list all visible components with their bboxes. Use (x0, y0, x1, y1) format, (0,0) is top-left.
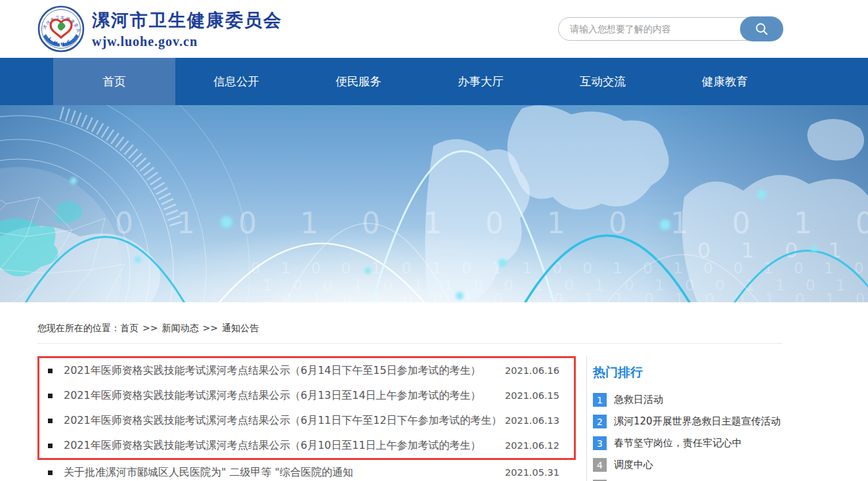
breadcrumb-link-1[interactable]: 新闻动态 (162, 323, 198, 333)
news-item-title[interactable]: 2021年医师资格实践技能考试漯河考点结果公示（6月10日至11日上午参加考试的… (64, 439, 496, 453)
site-logo-icon: 漯河市卫生健康委员会 L H H C (37, 5, 85, 53)
breadcrumb-link-0[interactable]: 首页 (120, 323, 139, 333)
rank-item-label[interactable]: 急救日活动 (614, 394, 663, 406)
bullet-square-icon (48, 470, 53, 475)
news-item: 2021年医师资格实践技能考试漯河考点结果公示（6月14日下午至15日参加考试的… (39, 358, 574, 383)
rank-badge: 2 (593, 415, 607, 428)
news-item-title[interactable]: 2021年医师资格实践技能考试漯河考点结果公示（6月11日下午至12日下午参加考… (64, 414, 496, 428)
nav-item-public-services[interactable]: 便民服务 (297, 58, 420, 105)
hero-banner: 0 1 0 1 0 1 0 1 0 1 0 1 0 1 0 1 0 1 0 1 … (0, 105, 868, 302)
news-item-title[interactable]: 关于批准漯河市郾城区人民医院为" 二级甲等 "综合医院的通知 (64, 466, 496, 480)
news-item: 2021年医师资格实践技能考试漯河考点结果公示（6月10日至11日上午参加考试的… (39, 433, 574, 458)
news-item-date: 2021.05.31 (505, 467, 559, 478)
rank-item: 2漯河120开展世界急救日主题宣传活动 (593, 411, 783, 432)
binary-row: 0 1 0 1 0 0 1 0 1 0 1 1 0 1 0 0 1 0 1 0 … (282, 290, 868, 302)
bullet-square-icon (48, 444, 53, 448)
news-item-title[interactable]: 2021年医师资格实践技能考试漯河考点结果公示（6月14日下午至15日参加考试的… (64, 364, 496, 378)
hero-banner-art: 0 1 0 1 0 1 0 1 0 1 0 1 0 1 0 1 0 1 0 1 … (0, 105, 868, 302)
rank-item: 3春节坚守岗位，责任牢记心中 (593, 432, 783, 454)
rank-item-label[interactable]: 调度中心 (614, 459, 653, 471)
nav-item-home[interactable]: 首页 (53, 58, 175, 105)
search-button[interactable] (740, 16, 783, 41)
search-bar (558, 17, 783, 41)
rank-item: 4调度中心 (593, 454, 783, 476)
breadcrumb-link-2[interactable]: 通知公告 (222, 323, 259, 333)
site-url: wjw.luohe.gov.cn (92, 34, 282, 49)
rank-badge: 3 (593, 436, 607, 450)
nav-item-info-disclosure[interactable]: 信息公开 (175, 58, 297, 105)
rank-item-label[interactable]: 漯河120开展世界急救日主题宣传活动 (614, 415, 781, 428)
rank-item: 5最美护士 (593, 476, 783, 481)
breadcrumb-separator: >> (202, 323, 217, 333)
breadcrumb-prefix: 您现在所在的位置： (37, 323, 120, 333)
nav-item-health-education[interactable]: 健康教育 (664, 58, 786, 105)
main-nav: 首页信息公开便民服务办事大厅互动交流健康教育 (0, 58, 868, 105)
highlight-red-box: 2021年医师资格实践技能考试漯河考点结果公示（6月14日下午至15日参加考试的… (37, 356, 576, 460)
site-name: 漯河市卫生健康委员会 (92, 9, 282, 32)
hot-ranking-panel: 热门排行 1急救日活动2漯河120开展世界急救日主题宣传活动3春节坚守岗位，责任… (586, 356, 783, 481)
news-item: 关于批准漯河市郾城区人民医院为" 二级甲等 "综合医院的通知2021.05.31 (39, 460, 574, 481)
site-header: 漯河市卫生健康委员会 L H H C 漯河市卫生健康委员会 wjw.luohe.… (0, 0, 868, 58)
news-item-date: 2021.06.13 (505, 415, 559, 426)
bullet-square-icon (48, 419, 53, 423)
hot-ranking-title: 热门排行 (593, 364, 783, 381)
breadcrumb-separator: >> (142, 323, 158, 333)
bullet-square-icon (48, 369, 53, 373)
news-item-date: 2021.06.12 (505, 440, 559, 451)
nav-item-service-hall[interactable]: 办事大厅 (420, 58, 542, 105)
rank-badge: 1 (593, 393, 607, 407)
rank-item: 1急救日活动 (593, 389, 783, 411)
news-item-date: 2021.06.16 (505, 365, 559, 376)
news-list: 2021年医师资格实践技能考试漯河考点结果公示（6月14日下午至15日参加考试的… (37, 356, 576, 481)
news-item-date: 2021.06.15 (505, 390, 559, 401)
news-item-title[interactable]: 2021年医师资格实践技能考试漯河考点结果公示（6月13日至14日上午参加考试的… (64, 389, 496, 403)
rank-badge: 4 (593, 458, 607, 472)
news-item: 2021年医师资格实践技能考试漯河考点结果公示（6月13日至14日上午参加考试的… (39, 383, 574, 408)
breadcrumb: 您现在所在的位置：首页>>新闻动态>>通知公告 (37, 302, 783, 344)
bullet-square-icon (48, 394, 53, 398)
nav-item-interaction[interactable]: 互动交流 (542, 58, 664, 105)
news-item: 2021年医师资格实践技能考试漯河考点结果公示（6月11日下午至12日下午参加考… (39, 408, 574, 433)
content-area: 您现在所在的位置：首页>>新闻动态>>通知公告 2021年医师资格实践技能考试漯… (37, 302, 783, 481)
search-icon (754, 22, 769, 36)
rank-item-label[interactable]: 春节坚守岗位，责任牢记心中 (614, 437, 742, 449)
site-branding: 漯河市卫生健康委员会 L H H C 漯河市卫生健康委员会 wjw.luohe.… (37, 5, 282, 53)
binary-row: 0 1 0 0 1 0 1 0 1 1 0 0 1 0 1 0 0 1 0 1 … (251, 260, 868, 277)
